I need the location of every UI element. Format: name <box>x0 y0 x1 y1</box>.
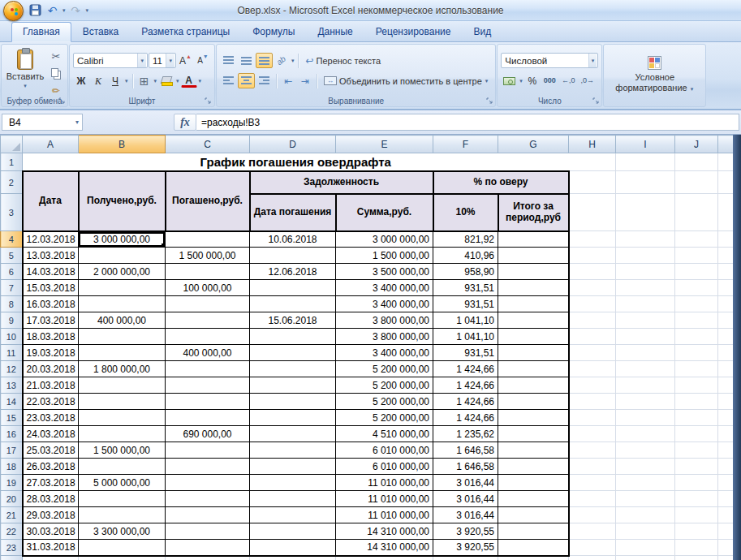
decrease-font-button[interactable]: А▼ <box>195 53 211 68</box>
cell-A21[interactable]: 29.03.2018 <box>23 507 79 523</box>
column-header-E[interactable]: E <box>336 136 433 153</box>
row-header-14[interactable]: 14 <box>1 394 23 410</box>
cell-H7[interactable] <box>569 280 616 296</box>
cell-A12[interactable]: 20.03.2018 <box>23 361 79 377</box>
align-right-button[interactable] <box>256 73 273 88</box>
cell-C8[interactable] <box>166 296 250 312</box>
wrap-text-button[interactable]: ↩Перенос текста <box>302 54 384 68</box>
number-format-select[interactable]: Числовой▾ <box>501 53 598 68</box>
cell-F14[interactable]: 1 424,66 <box>433 394 498 410</box>
cell-G11[interactable] <box>498 345 569 361</box>
cell-G12[interactable] <box>498 361 569 377</box>
cell-H5[interactable] <box>569 248 616 264</box>
column-header-G[interactable]: G <box>498 136 569 153</box>
cell-D6[interactable]: 12.06.2018 <box>250 264 336 280</box>
cell-A5[interactable]: 13.03.2018 <box>23 248 79 264</box>
cell-B5[interactable] <box>79 248 166 264</box>
name-box[interactable]: B4▾ <box>2 114 83 131</box>
cell-C7[interactable]: 100 000,00 <box>166 280 250 296</box>
cell-C16[interactable]: 690 000,00 <box>166 426 250 442</box>
column-header-I[interactable]: I <box>616 136 675 153</box>
cell-J14[interactable] <box>675 394 718 410</box>
cell-F12[interactable]: 1 424,66 <box>433 361 498 377</box>
cell-F8[interactable]: 931,51 <box>433 296 498 312</box>
cell-B18[interactable] <box>79 459 166 475</box>
cell-J18[interactable] <box>675 459 718 475</box>
cell-A15[interactable]: 23.03.2018 <box>23 410 79 426</box>
row-header-17[interactable]: 17 <box>1 442 23 459</box>
column-header-D[interactable]: D <box>250 136 336 153</box>
ribbon-tab-4[interactable]: Формулы <box>241 22 306 42</box>
cell-I21[interactable] <box>616 507 675 523</box>
cell-B13[interactable] <box>79 377 166 394</box>
increase-font-button[interactable]: А▲ <box>177 53 194 68</box>
ribbon-tab-3[interactable]: Разметка страницы <box>130 22 241 42</box>
row-header-8[interactable]: 8 <box>1 296 23 312</box>
row-header-1[interactable]: 1 <box>1 153 23 171</box>
cell-C6[interactable] <box>166 264 250 280</box>
cell-B20[interactable] <box>79 491 166 507</box>
cell-F15[interactable]: 1 424,66 <box>433 410 498 426</box>
row-header-20[interactable]: 20 <box>1 491 23 507</box>
cell-A9[interactable]: 17.03.2018 <box>23 312 79 329</box>
cell-G7[interactable] <box>498 280 569 296</box>
select-all-corner[interactable] <box>1 136 23 153</box>
cell-E13[interactable]: 5 200 000,00 <box>336 377 433 394</box>
column-header-F[interactable]: F <box>433 136 498 153</box>
cell-F5[interactable]: 410,96 <box>433 248 498 264</box>
cell-I13[interactable] <box>616 377 675 394</box>
cell-H23[interactable] <box>569 540 616 556</box>
row-header-15[interactable]: 15 <box>1 410 23 426</box>
cell-D21[interactable] <box>250 507 336 523</box>
cell-I20[interactable] <box>616 491 675 507</box>
cell-H12[interactable] <box>569 361 616 377</box>
cell-H21[interactable] <box>569 507 616 523</box>
row-header-2[interactable]: 2 <box>1 171 23 194</box>
column-header-A[interactable]: A <box>23 136 79 153</box>
formula-input[interactable]: =расходы!B3 <box>196 114 739 131</box>
cell-I11[interactable] <box>616 345 675 361</box>
header-received[interactable]: Получено,руб. <box>79 171 166 231</box>
cell-H20[interactable] <box>569 491 616 507</box>
cell-G14[interactable] <box>498 394 569 410</box>
cell-A4[interactable]: 12.03.2018 <box>23 231 79 248</box>
cell-H11[interactable] <box>569 345 616 361</box>
clipboard-dialog-launcher[interactable] <box>58 97 66 105</box>
font-size-select[interactable]: 11▾ <box>149 53 176 68</box>
cell-F24[interactable] <box>433 556 498 560</box>
cell-G15[interactable] <box>498 410 569 426</box>
cell-J20[interactable] <box>675 491 718 507</box>
cell-H8[interactable] <box>569 296 616 312</box>
cell-B17[interactable]: 1 500 000,00 <box>79 442 166 459</box>
cell-E20[interactable]: 11 010 000,00 <box>336 491 433 507</box>
cell-C22[interactable] <box>166 523 250 540</box>
cell-B4[interactable]: 3 000 000,00 <box>79 231 166 248</box>
cell-J17[interactable] <box>675 442 718 459</box>
accounting-dropdown-arrow[interactable]: ▾ <box>519 78 523 84</box>
header-debt-date[interactable]: Дата погашения <box>250 194 336 231</box>
cell-F11[interactable]: 931,51 <box>433 345 498 361</box>
cell-B11[interactable] <box>79 345 166 361</box>
cell-I5[interactable] <box>616 248 675 264</box>
cell-H13[interactable] <box>569 377 616 394</box>
paste-button[interactable]: Вставить ▾ <box>5 46 45 98</box>
cell-D24[interactable] <box>250 556 336 560</box>
cell-E15[interactable]: 5 200 000,00 <box>336 410 433 426</box>
cell-C9[interactable] <box>166 312 250 329</box>
cell-J10[interactable] <box>675 329 718 345</box>
cell-D20[interactable] <box>250 491 336 507</box>
cell-E19[interactable]: 11 010 000,00 <box>336 475 433 491</box>
cell-A6[interactable]: 14.03.2018 <box>23 264 79 280</box>
cell-H6[interactable] <box>569 264 616 280</box>
cell-D8[interactable] <box>250 296 336 312</box>
cell-B14[interactable] <box>79 394 166 410</box>
header-percent[interactable]: % по оверу <box>433 171 569 194</box>
cell-G16[interactable] <box>498 426 569 442</box>
cell-I1[interactable] <box>616 153 675 171</box>
cell-F22[interactable]: 3 920,55 <box>433 523 498 540</box>
cell-E17[interactable]: 6 010 000,00 <box>336 442 433 459</box>
redo-button[interactable]: ↷ <box>68 2 84 18</box>
cell-G19[interactable] <box>498 475 569 491</box>
cell-E23[interactable]: 14 310 000,00 <box>336 540 433 556</box>
align-top-button[interactable] <box>220 53 237 68</box>
